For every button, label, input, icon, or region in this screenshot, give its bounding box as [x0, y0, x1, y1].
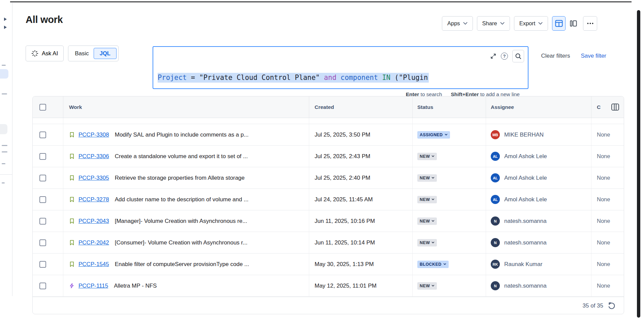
column-header-work[interactable]: Work	[63, 96, 309, 118]
work-title[interactable]: Modify SAL and Plugin to include comment…	[115, 132, 249, 138]
column-header-assignee[interactable]: Assignee	[486, 96, 591, 118]
sidebar-hover-item[interactable]	[0, 124, 7, 134]
mode-jql-tab[interactable]: JQL	[94, 48, 117, 59]
work-key-link[interactable]: PCCP-1115	[78, 283, 108, 289]
ask-ai-button[interactable]: Ask AI	[26, 46, 64, 61]
ai-sparkle-icon	[31, 50, 38, 57]
row-checkbox[interactable]	[39, 261, 46, 268]
work-title[interactable]: Retrieve the storage properties from All…	[115, 175, 245, 181]
assignee-cell: ALAmol Ashok Lele	[486, 146, 591, 167]
story-icon	[69, 197, 75, 202]
jql-token: Project	[158, 74, 187, 82]
jql-editor-actions: ?	[490, 50, 524, 62]
work-cell: PCCP-3308Modify SAL and Plugin to includ…	[63, 124, 309, 145]
clear-filters-button[interactable]: Clear filters	[541, 53, 570, 59]
help-icon[interactable]: ?	[501, 53, 508, 60]
table-body: PCCP-3308Modify SAL and Plugin to includ…	[33, 124, 624, 297]
status-badge[interactable]: NEW	[417, 174, 437, 182]
work-key-link[interactable]: PCCP-2042	[78, 239, 109, 246]
status-badge[interactable]: BLOCKED	[417, 261, 449, 268]
detail-view-button[interactable]	[568, 16, 579, 31]
table-row: PCCP-3305Retrieve the storage properties…	[33, 167, 624, 189]
work-title[interactable]: Create a standalone volume and export it…	[115, 153, 248, 160]
status-badge[interactable]: NEW	[417, 282, 437, 290]
column-header-extra-label[interactable]: C	[597, 104, 601, 110]
jql-token: = "Private Cloud Control Plane"	[187, 74, 324, 82]
work-title[interactable]: Alletra MP - NFS	[114, 283, 157, 289]
assignee-cell: Nnatesh.somanna	[486, 210, 591, 232]
row-checkbox[interactable]	[39, 239, 46, 246]
work-key-link[interactable]: PCCP-3308	[78, 132, 109, 138]
work-key-link[interactable]: PCCP-2043	[78, 218, 109, 225]
row-checkbox[interactable]	[39, 283, 46, 289]
extra-cell: None	[591, 146, 624, 167]
refresh-icon	[608, 302, 616, 310]
search-button[interactable]	[512, 50, 524, 62]
row-checkbox[interactable]	[39, 218, 46, 225]
row-select-cell	[33, 189, 63, 210]
mode-basic-tab[interactable]: Basic	[70, 50, 94, 57]
select-all-checkbox[interactable]	[39, 104, 46, 111]
list-view-button[interactable]	[552, 16, 566, 31]
search-icon	[515, 53, 521, 59]
created-cell: Jun 11, 2025, 10:16 PM	[309, 210, 412, 232]
chevron-down-icon	[431, 177, 434, 179]
row-select-cell	[33, 124, 63, 145]
row-select-cell	[33, 210, 63, 232]
work-key-link[interactable]: PCCP-3278	[78, 196, 109, 203]
sidebar-item-fragment	[2, 163, 5, 164]
chevron-right-icon[interactable]	[4, 18, 7, 21]
status-badge[interactable]: NEW	[417, 239, 437, 246]
work-title[interactable]: Enable filter of computeServer provision…	[115, 261, 249, 268]
table-row: PCCP-2042[Consumer]- Volume Creation wit…	[33, 232, 624, 254]
sidebar-selected-item[interactable]	[0, 69, 8, 79]
row-checkbox[interactable]	[39, 196, 46, 203]
select-all-cell	[33, 96, 63, 118]
status-badge[interactable]: NEW	[417, 153, 437, 160]
work-title[interactable]: [Consumer]- Volume Creation with Asynchr…	[115, 239, 248, 246]
row-checkbox[interactable]	[39, 132, 46, 138]
jql-editor[interactable]: Project = "Private Cloud Control Plane" …	[153, 46, 528, 89]
story-icon	[69, 175, 75, 181]
save-filter-button[interactable]: Save filter	[581, 53, 606, 59]
share-button-label: Share	[482, 20, 497, 27]
epic-icon	[69, 283, 75, 289]
status-cell: NEW	[412, 189, 486, 210]
work-title[interactable]: Add cluster name to the description of v…	[115, 196, 249, 203]
export-button[interactable]: Export	[514, 16, 548, 31]
sidebar-item-fragment	[2, 145, 7, 146]
extra-cell: None	[591, 275, 624, 296]
table-header: Work Created Status Assignee C	[33, 96, 624, 118]
share-button[interactable]: Share	[477, 16, 510, 31]
row-checkbox[interactable]	[39, 153, 46, 160]
scrollbar[interactable]	[637, 10, 640, 318]
assignee-cell: Nnatesh.somanna	[486, 232, 591, 253]
chevron-right-icon[interactable]	[4, 26, 7, 29]
chevron-down-icon	[463, 22, 468, 25]
apps-button[interactable]: Apps	[442, 16, 473, 31]
column-header-status[interactable]: Status	[412, 96, 486, 118]
assignee-name: natesh.somanna	[504, 283, 547, 289]
work-key-link[interactable]: PCCP-1545	[78, 261, 109, 268]
table-row: PCCP-3308Modify SAL and Plugin to includ…	[33, 124, 624, 146]
work-key-link[interactable]: PCCP-3306	[78, 153, 109, 160]
work-cell: PCCP-1115Alletra MP - NFS	[63, 275, 309, 296]
status-badge[interactable]: ASSIGNED	[417, 131, 450, 139]
more-actions-button[interactable]	[583, 16, 597, 31]
extra-cell: None	[591, 254, 624, 275]
work-title[interactable]: [Manager]- Volume Creation with Asynchro…	[115, 218, 247, 225]
status-cell: NEW	[412, 232, 486, 253]
sidebar-collapsed	[0, 3, 12, 296]
assignee-name: Amol Ashok Lele	[504, 196, 547, 203]
status-badge[interactable]: NEW	[417, 217, 437, 225]
row-checkbox[interactable]	[39, 175, 46, 181]
table-row: PCCP-3306Create a standalone volume and …	[33, 146, 624, 167]
status-cell: ASSIGNED	[412, 124, 486, 145]
configure-columns-icon[interactable]	[611, 103, 619, 111]
table-row: PCCP-3278Add cluster name to the descrip…	[33, 189, 624, 210]
work-key-link[interactable]: PCCP-3305	[78, 175, 109, 181]
column-header-created[interactable]: Created	[309, 96, 412, 118]
status-badge[interactable]: NEW	[417, 196, 437, 203]
refresh-button[interactable]	[608, 302, 616, 310]
expand-icon[interactable]	[490, 53, 496, 59]
